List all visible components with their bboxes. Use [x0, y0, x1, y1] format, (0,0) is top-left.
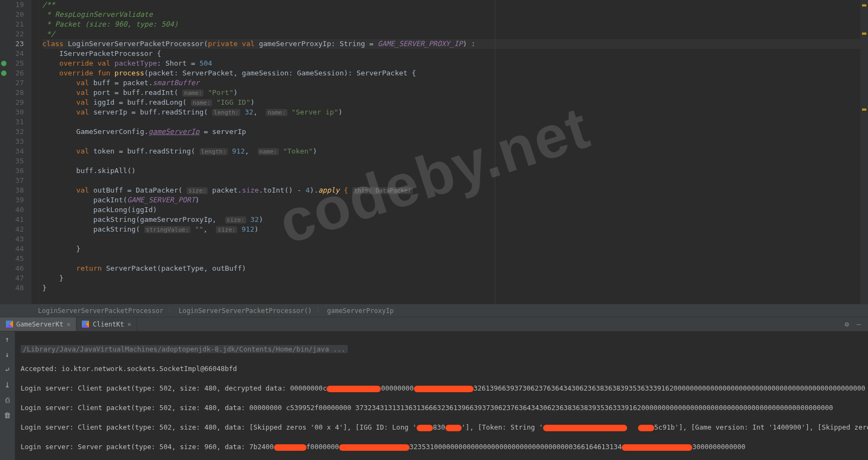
line-number-gutter: 19 20 21 22 23 24 25 26 27 28 29 30 31 3…: [0, 0, 31, 304]
editor-area: 19 20 21 22 23 24 25 26 27 28 29 30 31 3…: [0, 0, 868, 304]
chevron-right-icon: 〉: [316, 306, 323, 315]
console-output[interactable]: /Library/Java/JavaVirtualMachines/adopto…: [15, 331, 868, 460]
close-icon[interactable]: ×: [127, 321, 131, 328]
scroll-to-end-icon[interactable]: ⤓: [3, 380, 12, 389]
breadcrumb-item[interactable]: gameServerProxyIp: [323, 307, 398, 315]
up-arrow-icon[interactable]: ↑: [3, 335, 12, 343]
soft-wrap-icon[interactable]: ⤶: [3, 365, 12, 374]
override-marker-icon[interactable]: [1, 61, 7, 66]
override-marker-icon[interactable]: [1, 71, 7, 76]
code-editor[interactable]: /** * RespLoginServerValidate * Packet (…: [39, 0, 868, 304]
run-tabs-bar: GameServerKt × ClientKt × ⚙ —: [0, 317, 868, 331]
folded-command[interactable]: /Library/Java/JavaVirtualMachines/adopto…: [21, 345, 348, 353]
kotlin-file-icon: [82, 321, 90, 328]
fold-column[interactable]: [31, 0, 39, 304]
run-tab-client[interactable]: ClientKt ×: [76, 317, 137, 331]
breadcrumb-item[interactable]: LoginServerServerPacketProcessor(): [174, 307, 316, 315]
trash-icon[interactable]: 🗑: [3, 411, 12, 419]
kotlin-file-icon: [5, 321, 13, 328]
chevron-right-icon: 〉: [168, 306, 174, 315]
breadcrumb-item[interactable]: LoginServerServerPacketProcessor: [34, 307, 168, 315]
print-icon[interactable]: ⎙: [3, 395, 12, 404]
run-panel: GameServerKt × ClientKt × ⚙ — ↑ ↓ ⤶ ⤓ ⎙ …: [0, 317, 868, 460]
gear-icon[interactable]: ⚙: [841, 320, 853, 328]
minimize-icon[interactable]: —: [853, 320, 865, 328]
run-toolbar: ↑ ↓ ⤶ ⤓ ⎙ 🗑: [0, 331, 15, 460]
breadcrumb: LoginServerServerPacketProcessor 〉 Login…: [0, 304, 868, 317]
run-tab-gameserver[interactable]: GameServerKt ×: [0, 317, 76, 331]
down-arrow-icon[interactable]: ↓: [3, 350, 12, 359]
editor-scrollbar[interactable]: [860, 0, 868, 304]
close-icon[interactable]: ×: [67, 321, 71, 328]
